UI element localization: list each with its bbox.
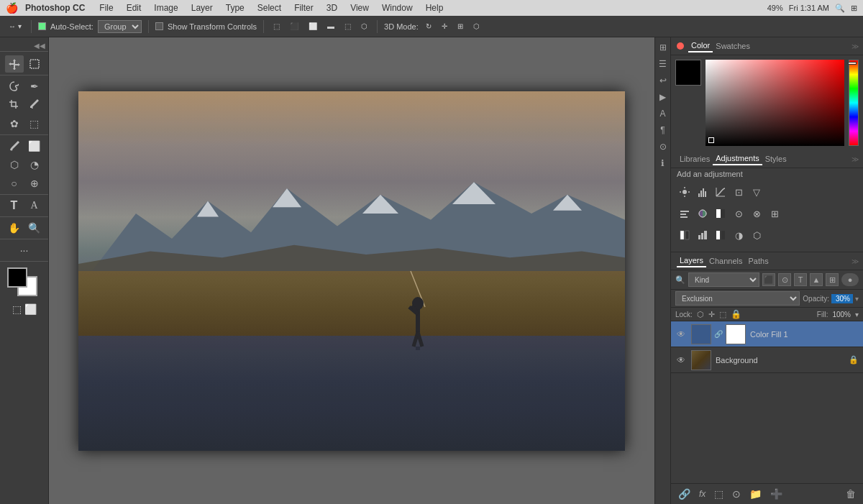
adj-gradient-map-btn[interactable]: ◑ — [731, 227, 746, 243]
3d-zoom-btn[interactable]: ⊞ — [455, 21, 466, 32]
adj-vibrance-btn[interactable]: ▽ — [749, 184, 764, 200]
tab-layers[interactable]: Layers — [677, 255, 706, 267]
auto-select-checkbox[interactable] — [38, 22, 46, 30]
layer-visibility-icon-2[interactable]: 👁 — [675, 354, 687, 366]
tab-adjustments[interactable]: Adjustments — [713, 152, 762, 165]
adj-hsl-btn[interactable] — [677, 206, 693, 221]
layer-item-background[interactable]: 👁 Background 🔒 — [671, 347, 863, 373]
filter-shape-icon[interactable]: ▲ — [810, 273, 823, 286]
filter-toggle[interactable]: ● — [841, 273, 859, 286]
move-tool-btn[interactable]: ↔ ▾ — [6, 21, 24, 32]
foreground-color[interactable] — [7, 267, 27, 288]
marquee-tool-button[interactable] — [25, 55, 44, 73]
menu-view[interactable]: View — [344, 1, 375, 14]
adj-bw-btn[interactable] — [713, 206, 729, 221]
brush-tool-button[interactable] — [5, 137, 24, 155]
eyedropper-tool-button[interactable] — [25, 96, 44, 114]
adj-color-lookup-btn[interactable]: ⊞ — [767, 206, 782, 221]
adj-panel-expand[interactable]: ≫ — [851, 155, 859, 163]
lasso-tool-button[interactable] — [5, 78, 24, 95]
adj-colorbalance-btn[interactable] — [695, 206, 711, 221]
menu-filter[interactable]: Filter — [288, 1, 319, 14]
lock-pixels-icon[interactable]: ⬡ — [697, 310, 704, 319]
canvas-area[interactable] — [49, 37, 654, 504]
adj-levels-btn[interactable] — [695, 184, 711, 200]
color-panel-expand[interactable]: ≫ — [851, 42, 859, 50]
dodge-tool-button[interactable]: ○ — [5, 175, 24, 192]
transform-align-6[interactable]: ⬡ — [358, 21, 370, 32]
menu-type[interactable]: Type — [220, 1, 250, 14]
stamp-tool-button[interactable]: ⬚ — [25, 115, 44, 132]
lock-all-icon[interactable]: 🔒 — [731, 309, 741, 319]
filter-text-icon[interactable]: T — [794, 273, 807, 286]
adj-brightness-btn[interactable] — [677, 184, 693, 200]
color-gradient-picker[interactable] — [706, 60, 844, 146]
canvas-tool-5[interactable]: A — [656, 106, 670, 121]
opacity-arrow-icon[interactable]: ▾ — [855, 295, 859, 303]
eraser-tool-button[interactable]: ⬜ — [25, 137, 44, 155]
text-tool-button[interactable]: T — [5, 197, 24, 214]
menu-layer[interactable]: Layer — [186, 1, 219, 14]
opacity-value[interactable]: 30% — [831, 294, 853, 303]
3d-rotate-btn[interactable]: ↻ — [423, 21, 434, 32]
pen-tool-button[interactable]: ✒ — [25, 78, 44, 95]
adj-photo-filter-btn[interactable]: ⊙ — [731, 206, 746, 221]
link-layers-btn[interactable]: 🔗 — [677, 487, 692, 501]
screen-mode-icon[interactable]: ⬜ — [24, 303, 37, 315]
extra-tool-button[interactable]: ··· — [15, 242, 34, 259]
filter-pixel-icon[interactable]: ⬛ — [762, 273, 775, 286]
adj-channel-mixer-btn[interactable]: ⊗ — [749, 206, 764, 221]
heal-tool-button[interactable]: ✿ — [5, 115, 24, 132]
search-layers-icon[interactable]: 🔍 — [675, 275, 685, 285]
adj-exposure-btn[interactable]: ⊡ — [731, 184, 746, 200]
auto-select-dropdown[interactable]: Group Layer — [98, 20, 142, 33]
transform-align-2[interactable]: ⬛ — [287, 21, 301, 32]
layers-panel-expand[interactable]: ≫ — [851, 257, 859, 265]
path-select-button[interactable]: A — [25, 197, 44, 214]
3d-pan-btn[interactable]: ✛ — [439, 21, 450, 32]
lock-position-icon[interactable]: ✛ — [708, 310, 715, 319]
menu-window[interactable]: Window — [376, 1, 419, 14]
blend-mode-select[interactable]: Exclusion — [675, 291, 800, 306]
control-icon[interactable]: ⊞ — [851, 4, 857, 13]
menu-help[interactable]: Help — [420, 1, 449, 14]
tab-color[interactable]: Color — [688, 40, 713, 52]
menu-image[interactable]: Image — [148, 1, 183, 14]
crop-tool-button[interactable] — [5, 96, 24, 114]
color-preview-swatch[interactable] — [675, 60, 701, 86]
canvas-tool-1[interactable]: ⊞ — [656, 40, 670, 55]
canvas-tool-7[interactable]: ⊙ — [656, 139, 670, 154]
gradient-tool-button[interactable]: ⬡ — [5, 156, 24, 173]
hand-tool-button[interactable]: ✋ — [5, 219, 24, 237]
hue-slider[interactable] — [849, 60, 859, 146]
menu-file[interactable]: File — [93, 1, 119, 14]
tab-libraries[interactable]: Libraries — [677, 153, 713, 165]
tab-paths[interactable]: Paths — [746, 255, 772, 267]
filter-adj-icon[interactable]: ⊙ — [778, 273, 791, 286]
menu-edit[interactable]: Edit — [121, 1, 147, 14]
fill-arrow-icon[interactable]: ▾ — [855, 311, 859, 319]
fill-value[interactable]: 100% — [832, 311, 851, 319]
new-fill-adj-btn[interactable]: ⊙ — [731, 487, 742, 501]
tab-swatches[interactable]: Swatches — [713, 40, 753, 52]
canvas-tool-6[interactable]: ¶ — [656, 123, 670, 137]
adj-curves-btn[interactable] — [713, 184, 729, 200]
color-panel-close[interactable] — [677, 42, 684, 50]
pen2-tool-button[interactable]: ⊕ — [25, 175, 44, 192]
new-layer-btn[interactable]: ➕ — [769, 487, 784, 501]
collapse-tools-icon[interactable]: ◀◀ — [34, 42, 45, 50]
layer-item-color-fill[interactable]: 👁 🔗 Color Fill 1 — [671, 321, 863, 347]
blur-tool-button[interactable]: ◔ — [25, 156, 44, 173]
filter-smart-icon[interactable]: ⊞ — [826, 273, 839, 286]
layer-fx-btn[interactable]: fx — [698, 487, 707, 500]
zoom-tool-button[interactable]: 🔍 — [25, 219, 44, 237]
canvas-tool-2[interactable]: ☰ — [656, 57, 670, 71]
show-transform-checkbox[interactable] — [155, 22, 163, 30]
lock-artboard-icon[interactable]: ⬚ — [719, 310, 726, 319]
menu-select[interactable]: Select — [252, 1, 287, 14]
canvas-tool-4[interactable]: ▶ — [656, 90, 670, 104]
transform-align-5[interactable]: ⬚ — [342, 21, 354, 32]
tab-channels[interactable]: Channels — [706, 255, 745, 267]
canvas-tool-8[interactable]: ℹ — [656, 156, 670, 170]
add-mask-btn[interactable]: ⬚ — [713, 487, 725, 501]
